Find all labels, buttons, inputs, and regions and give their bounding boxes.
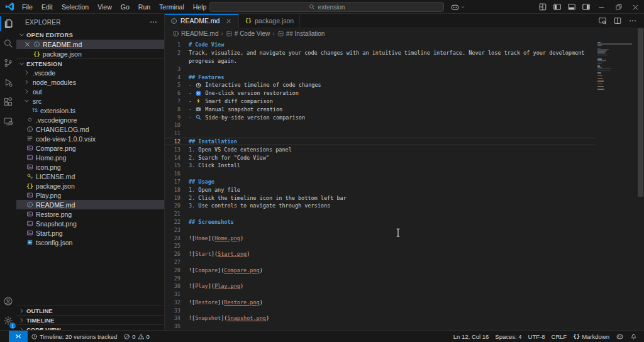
code-line-31[interactable]: 31 [165, 290, 595, 299]
tree-item-icon.png[interactable]: icon.png [16, 162, 164, 172]
eol-sequence[interactable]: CRLF [548, 333, 570, 340]
more-actions-icon[interactable] [626, 14, 639, 27]
code-line-24[interactable]: 24![Home](Home.png) [165, 234, 595, 242]
customize-layout-button[interactable] [535, 0, 550, 14]
tree-item-out[interactable]: out [16, 87, 164, 96]
tree-item-Snapshot.png[interactable]: Snapshot.png [16, 219, 164, 228]
panel-left-button[interactable] [550, 0, 564, 14]
open-editor-package.json[interactable]: {}package.json [16, 49, 164, 58]
code-line-16[interactable]: 16 [165, 170, 595, 178]
code-line-6[interactable]: 6- One-click version restoration [165, 89, 595, 97]
activity-settings[interactable]: 1 [0, 311, 16, 330]
activity-source-control[interactable] [0, 53, 16, 72]
code-line-1[interactable]: 1# Code View [165, 41, 595, 49]
code-line-7[interactable]: 7- Smart diff comparison [165, 97, 595, 106]
code-line-18[interactable]: 181. Open any file [165, 185, 595, 194]
command-center-search[interactable]: extension [209, 2, 444, 12]
code-line-2[interactable]: 2Track, visualize, and navigate your cod… [165, 49, 595, 57]
section-timeline[interactable]: TIMELINE [16, 315, 164, 324]
indentation[interactable]: Spaces: 4 [492, 333, 525, 340]
code-line-5[interactable]: 5- Interactive timeline of code changes [165, 81, 595, 89]
code-line-14[interactable]: 142. Search for "Code View" [165, 153, 595, 162]
code-line-3[interactable]: 3 [165, 65, 595, 73]
minimap[interactable] [595, 39, 636, 330]
tree-item-code-view-1.0.0.vsix[interactable]: code-view-1.0.0.vsix [16, 134, 164, 143]
code-line-22[interactable]: 22## Screenshots [165, 218, 595, 226]
code-line-19[interactable]: 192. Click the timeline icon in the bott… [165, 194, 595, 202]
tree-item-Compare.png[interactable]: Compare.png [16, 143, 164, 153]
activity-extensions[interactable] [0, 92, 16, 111]
tree-item-Play.png[interactable]: Play.png [16, 190, 164, 200]
tree-item-Start.png[interactable]: Start.png [16, 228, 164, 238]
menu-terminal[interactable]: Terminal [155, 0, 189, 14]
activity-account[interactable] [0, 291, 16, 311]
scrollbar-thumb[interactable] [638, 28, 643, 197]
tree-item-extension.ts[interactable]: TSextension.ts [16, 106, 164, 115]
open-editor-README.md[interactable]: README.md [16, 40, 164, 49]
panel-bottom-button[interactable] [564, 0, 579, 14]
code-line-13[interactable]: 131. Open VS Code extensions panel [165, 145, 595, 153]
code-line-15[interactable]: 153. Click Install [165, 162, 595, 170]
code-content[interactable]: 1# Code View2Track, visualize, and navig… [165, 41, 595, 330]
code-line-wrap[interactable]: progress again. [165, 57, 595, 65]
tree-item-Restore.png[interactable]: Restore.png [16, 209, 164, 219]
notifications[interactable] [627, 333, 640, 340]
menu-selection[interactable]: Selection [57, 0, 93, 14]
open-editors-header[interactable]: OPEN EDITORS [16, 30, 164, 40]
activity-search[interactable] [0, 33, 16, 53]
maximize-button[interactable] [610, 0, 627, 14]
tree-item-.vscodeignore[interactable]: .vscodeignore [16, 115, 164, 124]
code-line-27[interactable]: 27 [165, 258, 595, 267]
menu-run[interactable]: Run [134, 0, 155, 14]
activity-run-debug[interactable] [0, 72, 16, 92]
breadcrumb-item[interactable]: README.md [172, 30, 218, 37]
tree-item-LICENSE.md[interactable]: LICENSE.md [16, 172, 164, 181]
close-tab-icon[interactable] [225, 17, 233, 25]
code-line-10[interactable]: 10 [165, 121, 595, 130]
timeline-status[interactable]: Timeline: 20 versions tracked [28, 331, 120, 342]
extension-section-header[interactable]: EXTENSION [16, 58, 164, 68]
code-line-26[interactable]: 26![Start](Start.png) [165, 250, 595, 258]
menu-view[interactable]: View [93, 0, 116, 14]
tab-package.json[interactable]: {}package.json [239, 14, 300, 28]
menu-edit[interactable]: Edit [37, 0, 57, 14]
encoding[interactable]: UTF-8 [525, 333, 548, 340]
breadcrumb-item[interactable]: ## Installation [277, 30, 325, 37]
tree-item-tsconfig.json[interactable]: tsconfig.json [16, 238, 164, 247]
tree-item-src[interactable]: src [16, 96, 164, 106]
code-line-20[interactable]: 203. Use controls to navigate through ve… [165, 202, 595, 210]
section-outline[interactable]: OUTLINE [16, 306, 164, 315]
code-line-9[interactable]: 9- Side-by-side version comparison [165, 113, 595, 121]
tree-item-.vscode[interactable]: .vscode [16, 68, 164, 77]
tree-item-CHANGELOG.md[interactable]: CHANGELOG.md [16, 124, 164, 134]
code-line-35[interactable]: 35 [165, 323, 595, 330]
tree-item-README.md[interactable]: README.md [16, 200, 164, 209]
menu-file[interactable]: File [18, 0, 37, 14]
close-button[interactable] [627, 0, 644, 14]
breadcrumb-item[interactable]: # Code View [226, 30, 270, 37]
code-line-21[interactable]: 21 [165, 210, 595, 218]
split-editor-icon[interactable] [611, 14, 624, 27]
activity-explorer[interactable] [0, 14, 16, 33]
copilot-button[interactable] [450, 0, 465, 14]
tree-item-node_modules[interactable]: node_modules [16, 77, 164, 87]
editor[interactable]: 1# Code View2Track, visualize, and navig… [165, 39, 644, 330]
tab-README.md[interactable]: README.md [165, 14, 239, 28]
code-line-34[interactable]: 34![Snapshot](Snapshot.png) [165, 314, 595, 323]
tree-item-package.json[interactable]: {}package.json [16, 181, 164, 190]
code-line-17[interactable]: 17## Usage [165, 178, 595, 186]
menu-go[interactable]: Go [116, 0, 134, 14]
tree-item-Home.png[interactable]: Home.png [16, 153, 164, 162]
activity-code-view[interactable] [0, 111, 16, 131]
cursor-position[interactable]: Ln 12, Col 16 [450, 333, 492, 340]
code-line-4[interactable]: 4## Features [165, 73, 595, 81]
code-line-28[interactable]: 28![Compare](Compare.png) [165, 266, 595, 274]
code-line-30[interactable]: 30![Play](Play.png) [165, 282, 595, 290]
scrollbar[interactable] [636, 28, 644, 330]
code-line-32[interactable]: 32![Restore](Restore.png) [165, 299, 595, 307]
code-line-8[interactable]: 8- Manual snapshot creation [165, 105, 595, 113]
code-line-11[interactable]: 11 [165, 130, 595, 138]
code-line-33[interactable]: 33 [165, 306, 595, 314]
code-line-12[interactable]: 12## Installation [165, 138, 595, 146]
section-code-view[interactable]: CODE VIEW [16, 324, 164, 330]
